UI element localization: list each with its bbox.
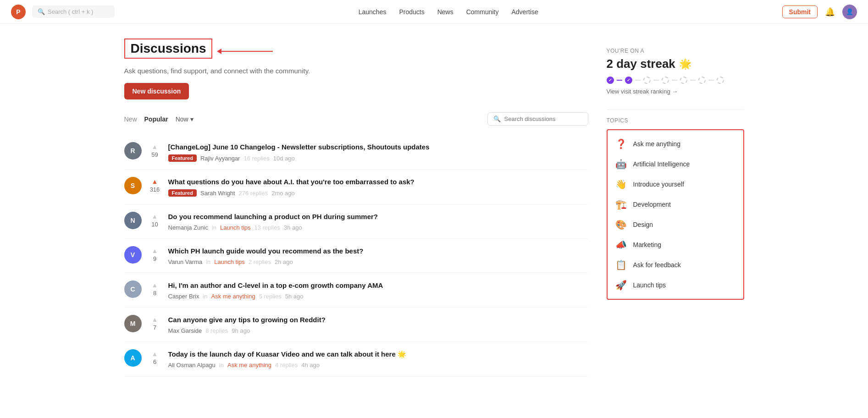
meta-sep: 2 replies bbox=[249, 258, 271, 265]
search-icon: 🔍 bbox=[493, 116, 501, 122]
meta-author: Nemanja Zunic bbox=[168, 224, 208, 231]
meta-topic[interactable]: Launch tips bbox=[220, 224, 251, 231]
upvote-arrow-icon[interactable]: ▲ bbox=[152, 247, 158, 254]
nav-link-products[interactable]: Products bbox=[399, 8, 424, 16]
vote-section: ▲ 6 bbox=[148, 350, 162, 365]
vote-section: ▲ 8 bbox=[148, 281, 162, 297]
topic-item[interactable]: 👋 Introduce yourself bbox=[608, 174, 743, 194]
topic-item[interactable]: 🎨 Design bbox=[608, 214, 743, 235]
streak-section: YOU'RE ON A 2 day streak 🌟 View bbox=[607, 48, 744, 95]
discussion-title[interactable]: Hi, I'm an author and C-level in a top e… bbox=[168, 280, 588, 290]
streak-dot-2 bbox=[625, 77, 632, 84]
discussion-content: What questions do you have about A.I. th… bbox=[168, 177, 588, 197]
meta-sep: 4 replies bbox=[275, 362, 298, 368]
vote-section: ▲ 7 bbox=[148, 316, 162, 331]
meta-sep: 276 replies bbox=[239, 190, 268, 197]
discussion-title[interactable]: Today is the launch day of Kuasar Video … bbox=[168, 349, 588, 359]
topic-name: Launch tips bbox=[633, 281, 666, 289]
page-title: Discussions bbox=[131, 41, 206, 56]
topic-icon: 📋 bbox=[615, 259, 628, 270]
avatar[interactable]: 👤 bbox=[842, 5, 857, 19]
topic-name: Development bbox=[633, 201, 671, 208]
upvote-arrow-icon[interactable]: ▲ bbox=[152, 316, 158, 323]
meta-time: 3h ago bbox=[284, 224, 302, 231]
topic-icon: 📣 bbox=[615, 239, 628, 250]
meta-time: 5h ago bbox=[285, 293, 304, 300]
vote-section: ▲ 9 bbox=[148, 247, 162, 262]
topic-name: Artificial Intelligence bbox=[633, 160, 690, 168]
notification-bell-icon[interactable]: 🔔 bbox=[825, 7, 835, 17]
upvote-arrow-icon[interactable]: ▲ bbox=[152, 281, 158, 289]
search-placeholder: Search ( ctrl + k ) bbox=[48, 8, 93, 15]
meta-time: 9h ago bbox=[232, 327, 250, 334]
discussion-avatar: A bbox=[124, 349, 142, 367]
discussion-avatar: M bbox=[124, 315, 142, 332]
meta-sep: in bbox=[219, 362, 224, 368]
topics-box: ❓ Ask me anything 🤖 Artificial Intellige… bbox=[607, 129, 744, 300]
discussion-content: Hi, I'm an author and C-level in a top e… bbox=[168, 280, 588, 300]
topic-item[interactable]: 📋 Ask for feedback bbox=[608, 255, 743, 275]
meta-topic[interactable]: Ask me anything bbox=[227, 362, 271, 368]
meta-sep: in bbox=[206, 258, 210, 265]
discussion-title[interactable]: Which PH launch guide would you recommen… bbox=[168, 246, 588, 256]
meta-topic[interactable]: Launch tips bbox=[214, 258, 245, 265]
new-discussion-button[interactable]: New discussion bbox=[124, 83, 189, 99]
meta-author: Casper Brix bbox=[168, 293, 199, 300]
topics-section: TOPICS ❓ Ask me anything 🤖 Artificial In… bbox=[607, 117, 744, 300]
search-box[interactable]: 🔍 bbox=[487, 112, 588, 126]
discussion-title[interactable]: Can anyone give any tips to growing on R… bbox=[168, 315, 588, 324]
page-wrapper: Discussions Ask questions, find support,… bbox=[113, 24, 755, 391]
discussion-meta: Featured Sarah Wright 276 replies 2mo ag… bbox=[168, 189, 588, 197]
filter-tab-popular[interactable]: Popular bbox=[144, 116, 168, 123]
nav-right: Submit 🔔 👤 bbox=[782, 5, 857, 19]
streak-dot-5 bbox=[680, 77, 687, 84]
page-subtitle: Ask questions, find support, and connect… bbox=[124, 67, 588, 75]
topic-item[interactable]: 🏗️ Development bbox=[608, 194, 743, 214]
sidebar-divider bbox=[607, 110, 744, 110]
upvote-arrow-icon[interactable]: ▲ bbox=[152, 143, 158, 150]
search-bar[interactable]: 🔍 Search ( ctrl + k ) bbox=[32, 6, 115, 18]
meta-topic[interactable]: Ask me anything bbox=[211, 293, 255, 300]
discussion-meta: Max Garside 8 replies 9h ago bbox=[168, 327, 588, 334]
upvote-arrow-icon[interactable]: ▲ bbox=[152, 350, 158, 358]
vote-count: 8 bbox=[153, 290, 156, 297]
search-input[interactable] bbox=[504, 116, 582, 122]
nav-link-news[interactable]: News bbox=[437, 8, 453, 16]
badge-featured: Featured bbox=[168, 189, 197, 197]
discussion-title[interactable]: [ChangeLog] June 10 Changelog - Newslett… bbox=[168, 142, 588, 152]
discussion-item: S ▲ 316 What questions do you have about… bbox=[124, 170, 588, 204]
streak-label: YOU'RE ON A bbox=[607, 48, 744, 54]
main-content: Discussions Ask questions, find support,… bbox=[124, 38, 588, 376]
upvote-arrow-icon[interactable]: ▲ bbox=[152, 178, 158, 185]
discussion-title[interactable]: Do you recommend launching a product on … bbox=[168, 212, 588, 221]
meta-time: 10d ago bbox=[273, 155, 295, 162]
meta-author: Varun Varma bbox=[168, 258, 203, 265]
filter-tab-new[interactable]: New bbox=[124, 116, 137, 123]
topic-item[interactable]: 📣 Marketing bbox=[608, 235, 743, 255]
nav-link-launches[interactable]: Launches bbox=[359, 8, 387, 16]
discussion-content: Today is the launch day of Kuasar Video … bbox=[168, 349, 588, 368]
vote-section: ▲ 316 bbox=[148, 178, 162, 193]
topic-icon: ❓ bbox=[615, 138, 628, 149]
upvote-arrow-icon[interactable]: ▲ bbox=[152, 213, 158, 220]
discussion-item: N ▲ 10 Do you recommend launching a prod… bbox=[124, 204, 588, 239]
discussion-title[interactable]: What questions do you have about A.I. th… bbox=[168, 177, 588, 187]
nav-link-community[interactable]: Community bbox=[466, 8, 499, 16]
logo[interactable]: P bbox=[11, 5, 26, 19]
streak-ranking-link[interactable]: View visit streak ranking → bbox=[607, 88, 678, 95]
nav-link-advertise[interactable]: Advertise bbox=[511, 8, 538, 16]
topic-item[interactable]: 🤖 Artificial Intelligence bbox=[608, 154, 743, 174]
discussion-meta: Ali Osman Alpagu in Ask me anything 4 re… bbox=[168, 362, 588, 368]
filter-dropdown[interactable]: Now ▾ bbox=[176, 116, 194, 123]
submit-button[interactable]: Submit bbox=[782, 6, 818, 18]
discussion-avatar: C bbox=[124, 280, 142, 298]
discussion-list: R ▲ 59 [ChangeLog] June 10 Changelog - N… bbox=[124, 135, 588, 376]
streak-dot-4 bbox=[662, 77, 669, 84]
topic-item[interactable]: 🚀 Launch tips bbox=[608, 275, 743, 295]
topic-item[interactable]: ❓ Ask me anything bbox=[608, 134, 743, 154]
discussion-meta: Featured Rajiv Ayyangar 16 replies 10d a… bbox=[168, 154, 588, 162]
meta-time: 2h ago bbox=[275, 258, 293, 265]
discussion-item: C ▲ 8 Hi, I'm an author and C-level in a… bbox=[124, 273, 588, 308]
topic-icon: 🏗️ bbox=[615, 199, 628, 210]
discussion-content: Which PH launch guide would you recommen… bbox=[168, 246, 588, 265]
